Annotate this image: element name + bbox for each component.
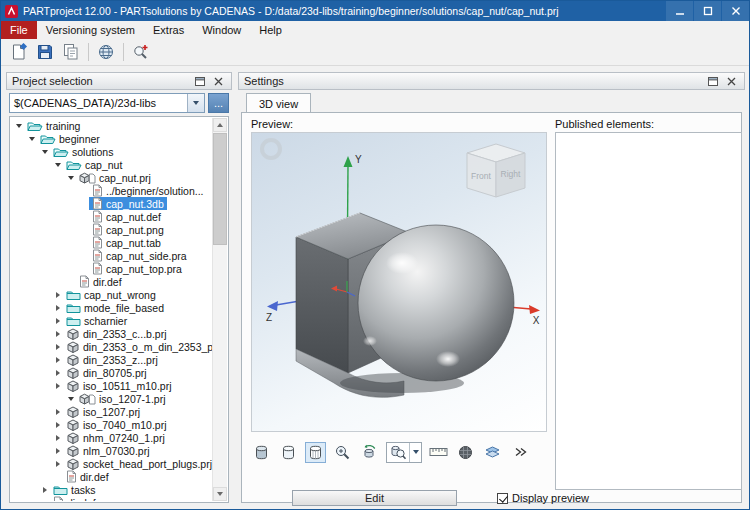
float-panel-icon[interactable] (192, 74, 208, 88)
measure-icon (429, 445, 448, 459)
project-selection-title: Project selection (12, 75, 190, 87)
tree-item-cap-nut-png[interactable]: cap_nut.png (11, 223, 212, 236)
float-panel-icon[interactable] (705, 74, 721, 88)
save-button[interactable] (32, 41, 58, 64)
layers-button[interactable] (482, 442, 503, 463)
new-project-button[interactable] (6, 41, 32, 64)
view-preset-split-button[interactable] (386, 442, 422, 463)
prj-icon (66, 405, 80, 418)
browse-button[interactable]: ... (208, 93, 229, 113)
menu-item-help[interactable]: Help (250, 21, 291, 39)
tab-3d-view[interactable]: 3D view (246, 93, 311, 113)
expand-arrow-icon[interactable] (53, 370, 63, 376)
tree-item-beginner[interactable]: beginner (11, 132, 212, 145)
zoom-view-button[interactable] (332, 442, 353, 463)
tree-item-cap-nut-side-pra[interactable]: cap_nut_side.pra (11, 249, 212, 262)
tree-item-din-2353-z-prj[interactable]: din_2353_z...prj (11, 353, 212, 366)
tree-item-cap-nut[interactable]: cap_nut (11, 158, 212, 171)
navigation-cube[interactable]: Front Right (467, 144, 525, 197)
tree-item-iso-7040-m10-prj[interactable]: iso_7040_m10.prj (11, 418, 212, 431)
combobox-dropdown-button[interactable] (187, 94, 204, 112)
tree-item-din-2353-c-b-prj[interactable]: din_2353_c...b.prj (11, 327, 212, 340)
scroll-down-icon[interactable] (213, 487, 227, 501)
prj-icon (66, 353, 80, 366)
expand-arrow-icon[interactable] (40, 487, 50, 493)
display-preview-checkbox[interactable] (497, 493, 508, 504)
wireframe-view-button[interactable] (305, 442, 326, 463)
expand-arrow-icon[interactable] (53, 435, 63, 441)
expand-arrow-icon[interactable] (53, 357, 63, 363)
collapse-arrow-icon[interactable] (66, 397, 76, 401)
menu-item-window[interactable]: Window (193, 21, 250, 39)
close-panel-icon[interactable] (723, 74, 739, 88)
close-panel-icon[interactable] (210, 74, 226, 88)
more-button[interactable] (509, 442, 530, 463)
tree-item-nhm-07240-1-prj[interactable]: nhm_07240_1.prj (11, 431, 212, 444)
measure-button[interactable] (428, 442, 449, 463)
edit-button[interactable]: Edit (292, 490, 457, 506)
expand-arrow-icon[interactable] (53, 461, 63, 467)
tree-item-dir-def[interactable]: dir.def (11, 275, 212, 288)
tree-item-tasks[interactable]: tasks (11, 483, 212, 496)
expand-arrow-icon[interactable] (53, 331, 63, 337)
transparent-view-button[interactable] (278, 442, 299, 463)
tree-item-dir-def[interactable]: dir.def (11, 496, 212, 501)
expand-arrow-icon[interactable] (53, 292, 63, 298)
tree-item-nlm-07030-prj[interactable]: nlm_07030.prj (11, 444, 212, 457)
expand-arrow-icon[interactable] (53, 422, 63, 428)
maximize-button[interactable] (694, 1, 721, 21)
expand-arrow-icon[interactable] (53, 383, 63, 389)
collapse-arrow-icon[interactable] (14, 124, 24, 128)
tree-item-beginner-solution[interactable]: ../beginner/solution... (11, 184, 212, 197)
shaded-view-button[interactable] (251, 442, 272, 463)
library-path-combobox[interactable]: $(CADENAS_DATA)/23d-libs (9, 93, 205, 113)
tree-item-dir-def[interactable]: dir.def (11, 470, 212, 483)
scroll-up-icon[interactable] (213, 118, 227, 132)
tree-item-din-2353-o-m-din-2353-p[interactable]: din_2353_o_m_din_2353_p_... (11, 340, 212, 353)
tree-item-label: cap_nut.3db (106, 198, 164, 210)
close-button[interactable] (722, 1, 749, 21)
tree-item-cap-nut-prj[interactable]: cap_nut.prj (11, 171, 212, 184)
expand-arrow-icon[interactable] (53, 318, 63, 324)
tree-item-cap-nut-3db[interactable]: cap_nut.3db (11, 197, 212, 210)
collapse-arrow-icon[interactable] (66, 176, 76, 180)
menu-item-versioning-system[interactable]: Versioning system (37, 21, 144, 39)
tree-item-iso-1207-prj[interactable]: iso_1207.prj (11, 405, 212, 418)
minimize-button[interactable] (666, 1, 693, 21)
collapse-arrow-icon[interactable] (40, 150, 50, 154)
search-new-button[interactable] (128, 41, 154, 64)
dropdown-arrow-button[interactable] (409, 443, 421, 462)
expand-arrow-icon[interactable] (53, 305, 63, 311)
published-elements-list[interactable] (555, 132, 742, 490)
expand-arrow-icon[interactable] (53, 448, 63, 454)
file-icon (66, 470, 77, 483)
rotate-ring-icon[interactable] (262, 140, 280, 158)
copy-button[interactable] (58, 41, 84, 64)
tree-item-iso-10511-m10-prj[interactable]: iso_10511_m10.prj (11, 379, 212, 392)
folder-open-icon (53, 146, 69, 158)
tree-item-mode-file-based[interactable]: mode_file_based (11, 301, 212, 314)
tree-item-solutions[interactable]: solutions (11, 145, 212, 158)
tree-item-cap-nut-def[interactable]: cap_nut.def (11, 210, 212, 223)
tree-scrollbar[interactable] (212, 118, 227, 501)
menu-item-extras[interactable]: Extras (144, 21, 193, 39)
expand-arrow-icon[interactable] (53, 344, 63, 350)
tree-item-din-80705-prj[interactable]: din_80705.prj (11, 366, 212, 379)
scrollbar-thumb[interactable] (213, 133, 227, 245)
tree-item-cap-nut-wrong[interactable]: cap_nut_wrong (11, 288, 212, 301)
menu-item-file[interactable]: File (1, 21, 37, 39)
collapse-arrow-icon[interactable] (27, 137, 37, 141)
world-button[interactable] (93, 41, 119, 64)
tree-item-training[interactable]: training (11, 119, 212, 132)
tree-item-socket-head-port-plugs-prj[interactable]: socket_head_port_plugs.prj (11, 457, 212, 470)
3d-viewport[interactable]: Front Right X Y Z (251, 132, 547, 432)
expand-arrow-icon[interactable] (53, 409, 63, 415)
tree-item-cap-nut-top-pra[interactable]: cap_nut_top.pra (11, 262, 212, 275)
window-title: PARTproject 12.00 - PARTsolutions by CAD… (23, 5, 666, 17)
tree-item-iso-1207-1-prj[interactable]: iso_1207-1.prj (11, 392, 212, 405)
collapse-arrow-icon[interactable] (53, 163, 63, 167)
tree-item-cap-nut-tab[interactable]: cap_nut.tab (11, 236, 212, 249)
tree-item-scharnier[interactable]: scharnier (11, 314, 212, 327)
rotate-view-button[interactable] (359, 442, 380, 463)
mesh-quality-button[interactable] (455, 442, 476, 463)
